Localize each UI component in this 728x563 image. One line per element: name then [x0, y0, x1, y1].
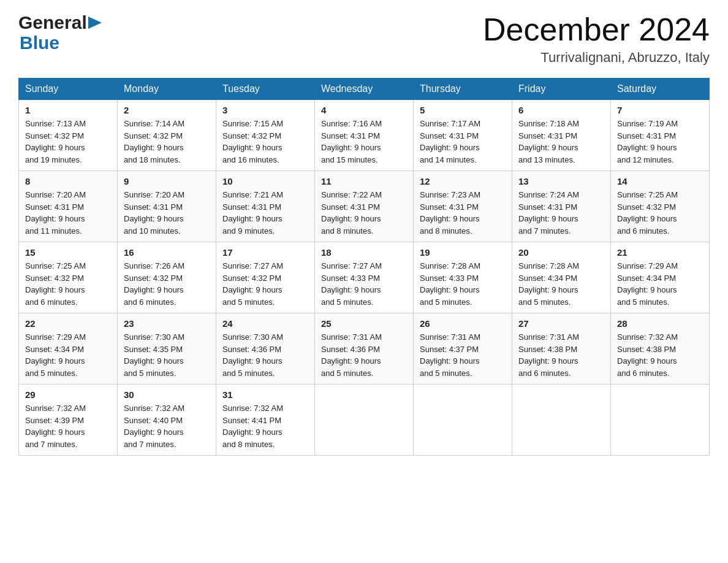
day-info: Sunrise: 7:29 AMSunset: 4:34 PMDaylight:…: [25, 331, 111, 379]
day-number: 6: [518, 105, 604, 115]
day-info: Sunrise: 7:16 AMSunset: 4:31 PMDaylight:…: [321, 118, 407, 166]
day-info: Sunrise: 7:32 AMSunset: 4:38 PMDaylight:…: [617, 331, 703, 379]
location-title: Turrivalignani, Abruzzo, Italy: [483, 50, 710, 66]
day-info: Sunrise: 7:17 AMSunset: 4:31 PMDaylight:…: [420, 118, 506, 166]
day-info: Sunrise: 7:23 AMSunset: 4:31 PMDaylight:…: [420, 189, 506, 237]
day-info: Sunrise: 7:29 AMSunset: 4:34 PMDaylight:…: [617, 260, 703, 308]
day-number: 8: [25, 176, 111, 186]
calendar-cell: 16Sunrise: 7:26 AMSunset: 4:32 PMDayligh…: [118, 242, 216, 313]
logo: General Blue: [18, 12, 102, 53]
calendar-cell: [611, 385, 710, 456]
calendar-cell: 31Sunrise: 7:32 AMSunset: 4:41 PMDayligh…: [216, 385, 315, 456]
calendar-week-row: 8Sunrise: 7:20 AMSunset: 4:31 PMDaylight…: [19, 171, 710, 242]
day-info: Sunrise: 7:20 AMSunset: 4:31 PMDaylight:…: [25, 189, 111, 237]
day-number: 18: [321, 247, 407, 258]
day-info: Sunrise: 7:30 AMSunset: 4:36 PMDaylight:…: [222, 331, 308, 379]
day-info: Sunrise: 7:31 AMSunset: 4:38 PMDaylight:…: [518, 331, 604, 379]
day-number: 30: [124, 389, 210, 400]
calendar-cell: 17Sunrise: 7:27 AMSunset: 4:32 PMDayligh…: [216, 242, 315, 313]
calendar-cell: 12Sunrise: 7:23 AMSunset: 4:31 PMDayligh…: [414, 171, 512, 242]
calendar-cell: 5Sunrise: 7:17 AMSunset: 4:31 PMDaylight…: [414, 100, 512, 171]
day-number: 11: [321, 176, 407, 186]
calendar-week-row: 1Sunrise: 7:13 AMSunset: 4:32 PMDaylight…: [19, 100, 710, 171]
day-info: Sunrise: 7:31 AMSunset: 4:37 PMDaylight:…: [420, 331, 506, 379]
calendar-cell: 11Sunrise: 7:22 AMSunset: 4:31 PMDayligh…: [315, 171, 414, 242]
svg-marker-0: [88, 17, 102, 29]
day-info: Sunrise: 7:26 AMSunset: 4:32 PMDaylight:…: [124, 260, 210, 308]
calendar-cell: 27Sunrise: 7:31 AMSunset: 4:38 PMDayligh…: [512, 313, 611, 385]
calendar-cell: 6Sunrise: 7:18 AMSunset: 4:31 PMDaylight…: [512, 100, 611, 171]
logo-general-text: General: [18, 12, 87, 33]
day-number: 16: [124, 247, 210, 258]
day-number: 14: [617, 176, 703, 186]
day-info: Sunrise: 7:19 AMSunset: 4:31 PMDaylight:…: [617, 118, 703, 166]
calendar-cell: 20Sunrise: 7:28 AMSunset: 4:34 PMDayligh…: [512, 242, 611, 313]
day-info: Sunrise: 7:25 AMSunset: 4:32 PMDaylight:…: [617, 189, 703, 237]
day-info: Sunrise: 7:13 AMSunset: 4:32 PMDaylight:…: [25, 118, 111, 166]
calendar-cell: 25Sunrise: 7:31 AMSunset: 4:36 PMDayligh…: [315, 313, 414, 385]
calendar-cell: 26Sunrise: 7:31 AMSunset: 4:37 PMDayligh…: [414, 313, 512, 385]
day-info: Sunrise: 7:20 AMSunset: 4:31 PMDaylight:…: [124, 189, 210, 237]
calendar-cell: 9Sunrise: 7:20 AMSunset: 4:31 PMDaylight…: [118, 171, 216, 242]
day-number: 13: [518, 176, 604, 186]
day-info: Sunrise: 7:28 AMSunset: 4:34 PMDaylight:…: [518, 260, 604, 308]
weekday-header-tuesday: Tuesday: [216, 79, 315, 100]
calendar-cell: [512, 385, 611, 456]
weekday-header-row: SundayMondayTuesdayWednesdayThursdayFrid…: [19, 79, 710, 100]
calendar-cell: 18Sunrise: 7:27 AMSunset: 4:33 PMDayligh…: [315, 242, 414, 313]
day-number: 31: [222, 389, 308, 400]
day-info: Sunrise: 7:32 AMSunset: 4:39 PMDaylight:…: [25, 402, 111, 450]
page-header: General Blue December 2024 Turrivalignan…: [18, 12, 710, 66]
day-number: 23: [124, 318, 210, 329]
weekday-header-friday: Friday: [512, 79, 611, 100]
day-number: 4: [321, 105, 407, 115]
day-number: 26: [420, 318, 506, 329]
day-info: Sunrise: 7:27 AMSunset: 4:32 PMDaylight:…: [222, 260, 308, 308]
day-number: 24: [222, 318, 308, 329]
calendar-cell: 15Sunrise: 7:25 AMSunset: 4:32 PMDayligh…: [19, 242, 118, 313]
calendar-cell: 30Sunrise: 7:32 AMSunset: 4:40 PMDayligh…: [118, 385, 216, 456]
calendar-cell: 14Sunrise: 7:25 AMSunset: 4:32 PMDayligh…: [611, 171, 710, 242]
calendar-cell: [315, 385, 414, 456]
weekday-header-monday: Monday: [118, 79, 216, 100]
day-number: 2: [124, 105, 210, 115]
calendar-cell: 7Sunrise: 7:19 AMSunset: 4:31 PMDaylight…: [611, 100, 710, 171]
day-number: 21: [617, 247, 703, 258]
day-info: Sunrise: 7:18 AMSunset: 4:31 PMDaylight:…: [518, 118, 604, 166]
day-number: 22: [25, 318, 111, 329]
calendar-cell: 8Sunrise: 7:20 AMSunset: 4:31 PMDaylight…: [19, 171, 118, 242]
day-number: 15: [25, 247, 111, 258]
calendar-cell: 19Sunrise: 7:28 AMSunset: 4:33 PMDayligh…: [414, 242, 512, 313]
weekday-header-saturday: Saturday: [611, 79, 710, 100]
month-title: December 2024: [483, 12, 710, 47]
calendar-cell: 10Sunrise: 7:21 AMSunset: 4:31 PMDayligh…: [216, 171, 315, 242]
calendar-cell: 21Sunrise: 7:29 AMSunset: 4:34 PMDayligh…: [611, 242, 710, 313]
day-info: Sunrise: 7:24 AMSunset: 4:31 PMDaylight:…: [518, 189, 604, 237]
calendar-cell: 2Sunrise: 7:14 AMSunset: 4:32 PMDaylight…: [118, 100, 216, 171]
calendar-cell: [414, 385, 512, 456]
calendar-week-row: 22Sunrise: 7:29 AMSunset: 4:34 PMDayligh…: [19, 313, 710, 385]
calendar-cell: 23Sunrise: 7:30 AMSunset: 4:35 PMDayligh…: [118, 313, 216, 385]
day-number: 10: [222, 176, 308, 186]
day-number: 19: [420, 247, 506, 258]
day-info: Sunrise: 7:21 AMSunset: 4:31 PMDaylight:…: [222, 189, 308, 237]
day-info: Sunrise: 7:22 AMSunset: 4:31 PMDaylight:…: [321, 189, 407, 237]
weekday-header-wednesday: Wednesday: [315, 79, 414, 100]
calendar-cell: 1Sunrise: 7:13 AMSunset: 4:32 PMDaylight…: [19, 100, 118, 171]
day-number: 27: [518, 318, 604, 329]
calendar-week-row: 29Sunrise: 7:32 AMSunset: 4:39 PMDayligh…: [19, 385, 710, 456]
day-number: 29: [25, 389, 111, 400]
day-info: Sunrise: 7:31 AMSunset: 4:36 PMDaylight:…: [321, 331, 407, 379]
day-info: Sunrise: 7:32 AMSunset: 4:41 PMDaylight:…: [222, 402, 308, 450]
logo-triangle-icon: [88, 14, 102, 31]
calendar-cell: 28Sunrise: 7:32 AMSunset: 4:38 PMDayligh…: [611, 313, 710, 385]
calendar-cell: 13Sunrise: 7:24 AMSunset: 4:31 PMDayligh…: [512, 171, 611, 242]
day-number: 1: [25, 105, 111, 115]
day-number: 20: [518, 247, 604, 258]
day-info: Sunrise: 7:32 AMSunset: 4:40 PMDaylight:…: [124, 402, 210, 450]
day-number: 12: [420, 176, 506, 186]
day-number: 7: [617, 105, 703, 115]
day-number: 9: [124, 176, 210, 186]
calendar-cell: 24Sunrise: 7:30 AMSunset: 4:36 PMDayligh…: [216, 313, 315, 385]
day-number: 5: [420, 105, 506, 115]
